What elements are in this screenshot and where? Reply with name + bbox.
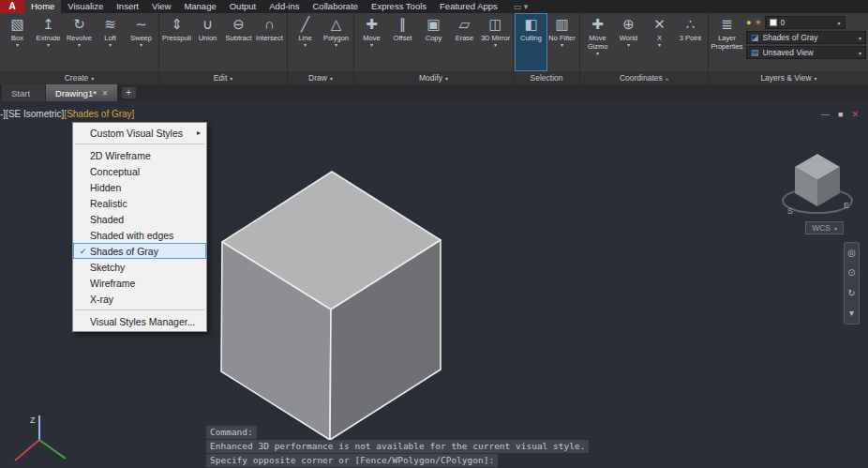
ribbon-button[interactable]: ◧ Culling [516, 14, 546, 70]
panel-name-label: Selection [531, 73, 563, 83]
ribbon-tabs: Home Visualize Insert View Manage [24, 0, 504, 13]
ribbon-tab[interactable]: Featured Apps [433, 0, 504, 13]
command-line[interactable]: Command: [206, 426, 589, 439]
ucs-z-label: Z [30, 415, 36, 425]
layer-select-value: 0 [781, 18, 834, 27]
close-icon[interactable]: ✕ [851, 110, 859, 119]
ribbon-tab[interactable]: Home [24, 0, 61, 13]
navbar-tool-icon[interactable]: ▾ [849, 309, 854, 318]
ribbon-button-label: Revolve [67, 34, 92, 42]
menu-item[interactable]: Hidden [73, 179, 206, 195]
panel-title-draw[interactable]: Draw▾ [288, 71, 353, 84]
menu-item-label: Shades of Gray [90, 246, 201, 257]
ribbon-tab[interactable]: Insert [110, 0, 145, 13]
menu-item[interactable] [75, 143, 204, 144]
menu-item[interactable]: Conceptual [73, 163, 206, 179]
ribbon-button[interactable]: ≋ Loft ▾ [95, 14, 126, 70]
command-line[interactable]: Enhanced 3D performance is not available… [206, 440, 589, 453]
ribbon-tab[interactable]: Manage [177, 0, 222, 13]
viewcube-south-label[interactable]: S [787, 206, 793, 216]
ribbon-button[interactable]: ▥ No Filter ▾ [546, 14, 577, 70]
ribbon-button[interactable]: ╱ Line ▾ [290, 14, 321, 70]
ribbon-button[interactable]: ⊖ Subtract [223, 14, 254, 70]
ribbon-button[interactable]: ∩ Intersect [254, 14, 285, 70]
panel-title-create[interactable]: Create▾ [0, 71, 158, 84]
menu-item[interactable]: 2D Wireframe [73, 147, 206, 163]
ribbon-button[interactable]: ↻ Revolve ▾ [64, 14, 95, 70]
ribbon-button[interactable]: △ Polygon ▾ [321, 14, 352, 70]
navbar-tool-icon[interactable]: ⊙ [847, 268, 855, 278]
command-line-area[interactable]: Command: Enhanced 3D performance is not … [206, 425, 589, 467]
ribbon-button[interactable]: ✕ X ▾ [644, 14, 675, 70]
panel-title-coordinates[interactable]: Coordinates» [580, 71, 708, 84]
navbar-tool-icon[interactable]: ◎ [847, 249, 856, 258]
ribbon-button[interactable]: ✚ Move Gizmo ▾ [582, 14, 613, 70]
ribbon-tab[interactable]: Collaborate [306, 0, 365, 13]
ribbon-button-label: World [620, 34, 637, 42]
dropdown-arrow-icon: ▾ [16, 42, 19, 49]
menu-item[interactable] [75, 309, 204, 310]
named-view-select[interactable]: ▤ Unsaved View ▾ [746, 46, 866, 59]
ribbon-button[interactable]: ▧ Box ▾ [2, 14, 33, 70]
ribbon-tab[interactable]: Output [223, 0, 263, 13]
layer-select[interactable]: 0 ▾ [765, 16, 846, 29]
menu-item[interactable]: ✓ Shades of Gray [73, 243, 206, 259]
ribbon-button[interactable]: ⇕ Presspull [161, 14, 192, 70]
ribbon-button-label: Box [11, 34, 23, 42]
command-line[interactable]: Specify opposite corner or [Fence/WPolyg… [206, 454, 589, 467]
file-tab[interactable]: Drawing1* × [46, 84, 117, 101]
layer-properties-button[interactable]: ≣ Layer Properties [711, 14, 742, 70]
navbar-tool-icon[interactable]: ↻ [847, 289, 855, 298]
file-tab-bar: Start Drawing1* × + [0, 84, 868, 101]
menu-item[interactable]: Custom Visual Styles ▸ [73, 125, 206, 141]
ribbon-button[interactable]: ∥ Offset [387, 14, 418, 70]
panel-title-layers-view[interactable]: Layers & View▾ [709, 71, 868, 84]
menu-item[interactable]: Realistic [73, 195, 206, 211]
file-tab[interactable]: Start [2, 84, 45, 101]
ribbon-button[interactable]: ▣ Copy [418, 14, 449, 70]
panel-title-edit[interactable]: Edit▾ [159, 71, 287, 84]
command-text: Command: [206, 426, 257, 439]
ribbon-tab[interactable]: View [145, 0, 177, 13]
menu-item[interactable]: Shaded [73, 211, 206, 227]
viewport-visual-style-control[interactable]: [Shades of Gray] [64, 109, 134, 119]
ucs-y-axis [39, 440, 66, 459]
ribbon-button[interactable]: ∴ 3 Point [675, 14, 706, 70]
menu-item[interactable]: Sketchy [73, 259, 206, 275]
viewport-view-control[interactable]: -][SE Isometric] [0, 109, 64, 119]
ribbon-button[interactable]: ↥ Extrude ▾ [33, 14, 64, 70]
menu-item-label: Conceptual [90, 166, 201, 177]
maximize-icon[interactable]: ■ [838, 110, 843, 119]
ribbon-tab[interactable]: Express Tools [365, 0, 433, 13]
visual-style-select[interactable]: ◪ Shades of Gray ▾ [746, 31, 866, 44]
new-drawing-button[interactable]: + [122, 87, 136, 98]
menu-item[interactable]: Wireframe [73, 275, 206, 291]
close-icon[interactable]: × [102, 88, 108, 98]
ribbon-tab[interactable]: Visualize [61, 0, 110, 13]
ribbon-button[interactable]: ✚ Move ▾ [356, 14, 387, 70]
wcs-dropdown[interactable]: WCS ▾ [805, 221, 844, 234]
ribbon-button[interactable]: ∪ Union [192, 14, 223, 70]
layer-freeze-icon[interactable]: ☀ [754, 17, 761, 29]
viewcube-east-label[interactable]: E [844, 201, 849, 210]
ribbon-button[interactable]: ▱ Erase [449, 14, 480, 70]
ribbon-tab[interactable]: Add-ins [262, 0, 306, 13]
panel-title-selection[interactable]: Selection [514, 71, 579, 84]
ribbon-button[interactable]: ◫ 3D Mirror ▾ [480, 14, 511, 70]
menu-item[interactable]: Shaded with edges [73, 227, 206, 243]
viewport-window-buttons: — ■ ✕ [821, 110, 859, 119]
ribbon-button[interactable]: ⊕ World ▾ [613, 14, 644, 70]
ribbon-panel-selection: ◧ Culling ▥ No Filter ▾ Selection [514, 13, 580, 84]
minimize-icon[interactable]: — [821, 110, 830, 119]
viewcube-graphic[interactable]: S E [780, 148, 855, 221]
drawing-viewport[interactable]: -][SE Isometric][Shades of Gray] — ■ ✕ C… [0, 101, 868, 468]
tool-icon: ▧ [10, 16, 23, 33]
menu-item[interactable]: Visual Styles Manager... [73, 313, 206, 329]
app-logo[interactable]: A [0, 0, 24, 13]
viewcube[interactable]: S E [780, 148, 855, 221]
panel-title-modify[interactable]: Modify▾ [354, 71, 513, 84]
ribbon-options-icon[interactable]: ▭ ▾ [514, 0, 529, 13]
menu-item[interactable]: X-ray [73, 291, 206, 307]
layer-on-icon[interactable]: ● [746, 17, 751, 29]
ribbon-button[interactable]: ∼ Sweep ▾ [126, 14, 157, 70]
